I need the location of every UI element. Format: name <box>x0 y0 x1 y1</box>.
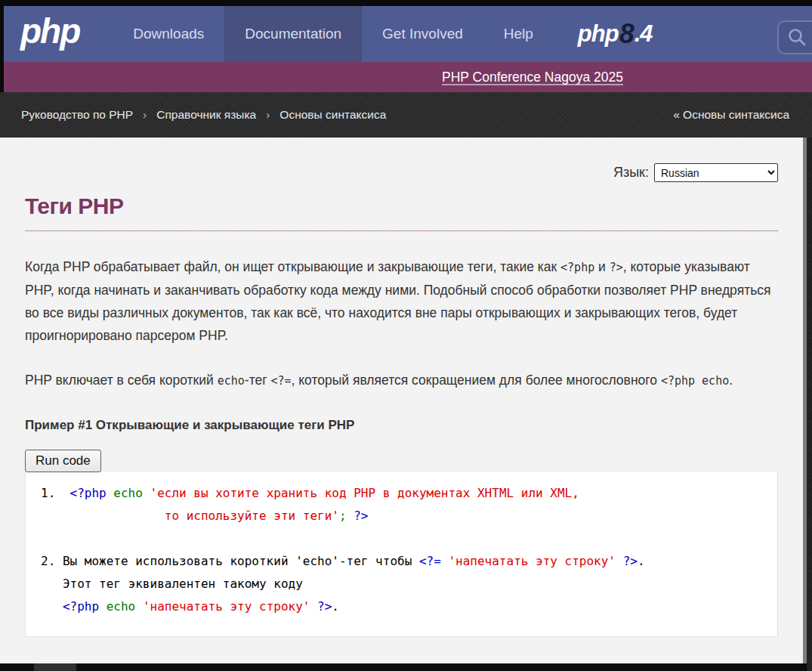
paragraph-1: Когда PHP обрабатывает файл, он ищет отк… <box>25 255 778 347</box>
title-separator <box>25 230 778 231</box>
nav-item-help[interactable]: Help <box>483 6 554 62</box>
page-title: Теги PHP <box>25 193 778 219</box>
language-select[interactable]: Russian <box>654 163 778 182</box>
search-icon <box>786 27 807 48</box>
breadcrumb-separator: › <box>266 108 270 122</box>
php-version-prefix: php <box>578 20 619 48</box>
php-version-digit: 8 <box>619 18 634 50</box>
run-code-button[interactable]: Run code <box>25 450 101 472</box>
paragraph-2: PHP включает в себя короткий echo-тег <?… <box>25 369 778 392</box>
conference-banner: PHP Conference Nagoya 2025 <box>4 62 812 92</box>
search-button[interactable] <box>777 20 812 54</box>
horizontal-scrollbar-track[interactable] <box>0 663 803 671</box>
nav-item-documentation[interactable]: Documentation <box>224 6 362 62</box>
php-version-rest: .4 <box>634 20 653 48</box>
language-switcher: Язык: Russian <box>25 163 778 182</box>
breadcrumb-bar: Руководство по PHP › Справочник языка › … <box>0 92 812 138</box>
breadcrumb-separator: › <box>143 108 147 122</box>
browser-viewport: php Downloads Documentation Get Involved… <box>0 0 812 671</box>
breadcrumb-item-basic-syntax[interactable]: Основы синтаксиса <box>279 108 386 122</box>
vertical-scrollbar-track[interactable] <box>807 138 812 671</box>
horizontal-scrollbar-thumb[interactable] <box>34 663 76 671</box>
breadcrumb-back-link[interactable]: « Основы синтаксиса <box>673 108 789 122</box>
main-navbar: php Downloads Documentation Get Involved… <box>4 6 812 62</box>
php-logo[interactable]: php <box>20 14 79 54</box>
code-example-block[interactable]: 1. <?php echo 'если вы хотите хранить ко… <box>25 472 778 637</box>
window-top-border <box>0 0 812 6</box>
breadcrumb-item-langref[interactable]: Справочник языка <box>156 108 256 122</box>
nav-item-downloads[interactable]: Downloads <box>113 6 224 62</box>
conference-link[interactable]: PHP Conference Nagoya 2025 <box>442 70 623 85</box>
language-label: Язык: <box>613 165 649 181</box>
breadcrumb-item-manual[interactable]: Руководство по PHP <box>21 108 133 122</box>
breadcrumb: Руководство по PHP › Справочник языка › … <box>21 108 386 122</box>
php-version-logo[interactable]: php8.4 <box>578 6 653 62</box>
nav-item-get-involved[interactable]: Get Involved <box>362 6 483 62</box>
example-heading: Пример #1 Открывающие и закрывающие теги… <box>25 418 778 433</box>
content-area: Язык: Russian Теги PHP Когда PHP обрабат… <box>0 138 803 663</box>
